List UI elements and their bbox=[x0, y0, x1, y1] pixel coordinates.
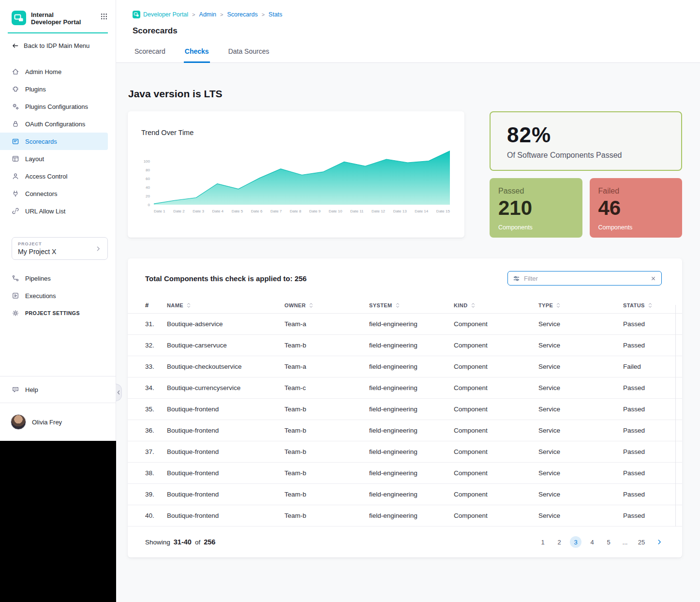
gears-icon bbox=[12, 103, 19, 110]
next-page-icon[interactable] bbox=[656, 539, 663, 545]
table-row[interactable]: 37. Boutique-frontend Team-b field-engin… bbox=[128, 441, 682, 463]
table-row[interactable]: 36. Boutique-frontend Team-b field-engin… bbox=[128, 420, 682, 441]
settings-gear-icon bbox=[12, 309, 19, 317]
user-icon bbox=[12, 172, 19, 180]
page-button-3[interactable]: 3 bbox=[570, 536, 581, 548]
column-header-owner[interactable]: OWNER bbox=[284, 302, 369, 308]
main-area: Developer Portal > Admin > Scorecards > … bbox=[116, 0, 700, 602]
table-row[interactable]: 35. Boutique-frontend Team-b field-engin… bbox=[128, 399, 682, 420]
help-button[interactable]: Help bbox=[0, 376, 116, 403]
apps-grid-icon[interactable] bbox=[100, 13, 108, 20]
failed-label: Failed bbox=[598, 187, 683, 196]
sidebar: Internal Developer Portal Back to IDP Ma… bbox=[0, 0, 116, 441]
table-scroll-divider bbox=[675, 305, 676, 527]
back-label: Back to IDP Main Menu bbox=[24, 42, 89, 49]
page-ellipsis: ... bbox=[619, 536, 631, 548]
table-title: Total Components this check is applied t… bbox=[145, 274, 307, 283]
page-button-4[interactable]: 4 bbox=[586, 536, 598, 548]
admin-menu: Admin Home Plugins Plugins Configuration… bbox=[0, 63, 116, 220]
connector-icon bbox=[12, 190, 19, 197]
user-profile[interactable]: Olivia Frey bbox=[0, 403, 116, 441]
table-row[interactable]: 38. Boutique-frontend Team-b field-engin… bbox=[128, 463, 682, 484]
sidebar-item-oauth-configurations[interactable]: OAuth Configurations bbox=[0, 115, 108, 133]
y-axis-tick-label: 80 bbox=[146, 168, 150, 172]
table-row[interactable]: 40. Boutique-frontend Team-b field-engin… bbox=[128, 505, 682, 527]
tab-data-sources[interactable]: Data Sources bbox=[227, 47, 270, 63]
table-row[interactable]: 31. Boutique-adservice Team-a field-engi… bbox=[128, 314, 682, 335]
trend-card-title: Trend Over Time bbox=[141, 129, 450, 136]
sidebar-item-scorecards[interactable]: Scorecards bbox=[0, 133, 108, 150]
sidebar-item-layout[interactable]: Layout bbox=[0, 150, 108, 167]
pagination: 1 2 3 4 5 ... 25 bbox=[537, 536, 663, 548]
table-row[interactable]: 34. Boutique-currencyservice Team-c fiel… bbox=[128, 377, 682, 399]
passed-label: Passed bbox=[498, 187, 582, 196]
filter-sliders-icon[interactable] bbox=[513, 275, 520, 282]
sidebar-item-executions[interactable]: Executions bbox=[0, 287, 108, 304]
y-axis-tick-label: 0 bbox=[148, 203, 150, 207]
page-button-1[interactable]: 1 bbox=[537, 536, 549, 548]
check-title: Java version is LTS bbox=[128, 88, 682, 100]
table-footer: Showing 31-40 of 256 1 2 3 4 5 ... 25 bbox=[128, 527, 682, 557]
project-selector[interactable]: PROJECT My Project X bbox=[12, 237, 108, 260]
sidebar-item-admin-home[interactable]: Admin Home bbox=[0, 63, 108, 80]
failed-card: Failed 46 Components bbox=[590, 178, 683, 238]
idp-logo-icon bbox=[12, 11, 26, 25]
sidebar-item-url-allow-list[interactable]: URL Allow List bbox=[0, 202, 108, 220]
sidebar-item-plugins[interactable]: Plugins bbox=[0, 80, 108, 98]
column-header-name[interactable]: NAME bbox=[167, 302, 284, 308]
breadcrumb-scorecards[interactable]: Scorecards bbox=[227, 11, 257, 18]
breadcrumb-admin[interactable]: Admin bbox=[199, 11, 216, 18]
chart-y-axis: 020406080100 bbox=[141, 150, 154, 205]
table-header-row: # NAME OWNER SYSTEM KIND TYPE STATUS bbox=[128, 297, 682, 314]
table-row[interactable]: 39. Boutique-frontend Team-b field-engin… bbox=[128, 484, 682, 505]
app-title-line2: Developer Portal bbox=[31, 18, 81, 26]
filter-input[interactable] bbox=[524, 275, 646, 282]
content-area: Java version is LTS Trend Over Time 0204… bbox=[116, 63, 700, 596]
status-value: Passed bbox=[623, 406, 669, 413]
clear-filter-icon[interactable] bbox=[650, 275, 656, 282]
app-root: Internal Developer Portal Back to IDP Ma… bbox=[0, 0, 700, 602]
column-header-type[interactable]: TYPE bbox=[538, 302, 623, 308]
status-value: Passed bbox=[623, 491, 669, 498]
sidebar-item-project-settings[interactable]: PROJECT SETTINGS bbox=[0, 304, 108, 322]
page-title: Scorecards bbox=[133, 26, 700, 36]
tab-scorecard[interactable]: Scorecard bbox=[134, 47, 166, 63]
pass-percentage-value: 82% bbox=[507, 123, 681, 147]
column-header-kind[interactable]: KIND bbox=[454, 302, 538, 308]
y-axis-tick-label: 40 bbox=[146, 185, 150, 190]
sidebar-item-access-control[interactable]: Access Control bbox=[0, 167, 108, 185]
sidebar-item-pipelines[interactable]: Pipelines bbox=[0, 270, 108, 287]
sidebar-item-plugins-configurations[interactable]: Plugins Configurations bbox=[0, 98, 108, 115]
breadcrumb-separator: > bbox=[220, 12, 223, 17]
x-axis-tick-label: Date 1 bbox=[154, 209, 165, 213]
plugin-icon bbox=[12, 85, 19, 93]
status-value: Passed bbox=[623, 469, 669, 477]
breadcrumb-separator: > bbox=[262, 12, 265, 17]
x-axis-tick-label: Date 4 bbox=[212, 209, 223, 213]
status-value: Failed bbox=[623, 363, 669, 370]
column-header-system[interactable]: SYSTEM bbox=[369, 302, 454, 308]
breadcrumb-separator: > bbox=[192, 12, 195, 17]
column-header-index: # bbox=[145, 301, 167, 309]
chart-x-axis: Date 1Date 2Date 3Date 4Date 5Date 6Date… bbox=[154, 209, 450, 213]
table-row[interactable]: 33. Boutique-checkoutservice Team-a fiel… bbox=[128, 356, 682, 377]
x-axis-tick-label: Date 8 bbox=[290, 209, 301, 213]
pass-percentage-card: 82% Of Software Components Passed bbox=[490, 111, 682, 171]
showing-summary: Showing 31-40 of 256 bbox=[145, 538, 215, 546]
back-arrow-icon bbox=[12, 42, 19, 49]
tab-checks[interactable]: Checks bbox=[184, 47, 210, 63]
table-row[interactable]: 32. Boutique-carservuce Team-b field-eng… bbox=[128, 335, 682, 356]
breadcrumb-developer-portal[interactable]: Developer Portal bbox=[133, 11, 188, 18]
column-header-status[interactable]: STATUS bbox=[623, 302, 669, 308]
trend-area-chart bbox=[154, 150, 450, 205]
user-name: Olivia Frey bbox=[32, 419, 62, 426]
page-button-2[interactable]: 2 bbox=[553, 536, 565, 548]
x-axis-tick-label: Date 14 bbox=[415, 209, 428, 213]
trend-over-time-card: Trend Over Time 020406080100 bbox=[128, 111, 464, 238]
page-button-25[interactable]: 25 bbox=[636, 536, 647, 548]
page-button-5[interactable]: 5 bbox=[603, 536, 614, 548]
layout-icon bbox=[12, 155, 19, 163]
back-to-main-menu-button[interactable]: Back to IDP Main Menu bbox=[0, 33, 116, 51]
components-table: # NAME OWNER SYSTEM KIND TYPE STATUS 31.… bbox=[128, 297, 682, 527]
sidebar-item-connectors[interactable]: Connectors bbox=[0, 185, 108, 202]
